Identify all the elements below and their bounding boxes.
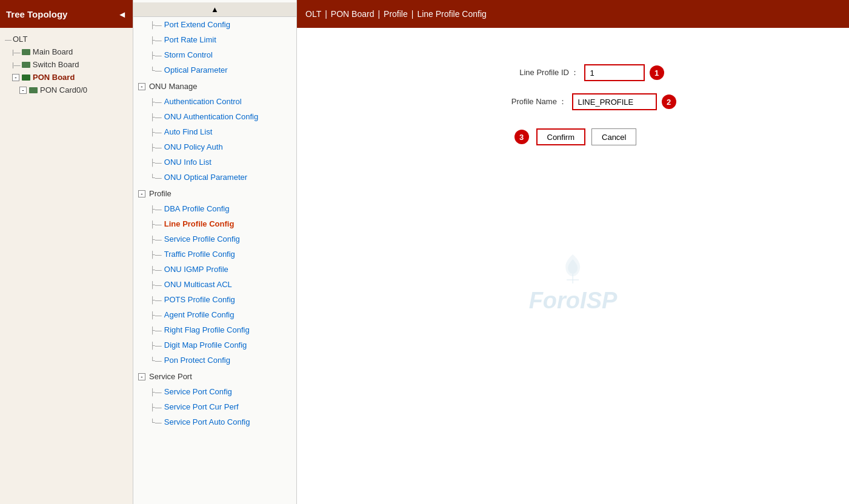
nav-item-service-port-config[interactable]: ├— Service Port Config [133, 384, 296, 399]
scroll-up-icon: ▲ [211, 5, 219, 14]
nav-item-agent[interactable]: ├— Agent Profile Config [133, 307, 296, 322]
nav-tree-line-13: ├— [150, 236, 162, 243]
watermark: ForoISP [529, 253, 618, 314]
pon-board-expand[interactable]: - [12, 74, 19, 81]
nav-item-right-flag[interactable]: ├— Right Flag Profile Config [133, 322, 296, 337]
nav-item-label-service-profile: Service Profile Config [164, 234, 240, 244]
nav-tree-line-15: ├— [150, 266, 162, 273]
nav-item-digit-map[interactable]: ├— Digit Map Profile Config [133, 337, 296, 353]
nav-item-line-profile[interactable]: ├— Line Profile Config [133, 216, 296, 231]
nav-item-service-port-perf[interactable]: ├— Service Port Cur Perf [133, 399, 296, 414]
breadcrumb-sep-3: | [411, 9, 414, 19]
line-profile-id-input[interactable] [584, 64, 645, 81]
sidebar-arrow-icon[interactable]: ◄ [118, 9, 127, 19]
nav-panel: ▲ ├— Port Extend Config ├— Port Rate Lim… [133, 0, 297, 504]
breadcrumb-sep-2: | [378, 9, 380, 19]
nav-item-label-onu-info: ONU Info List [164, 158, 211, 167]
tree-item-pon-board[interactable]: - PON Board [0, 71, 133, 84]
nav-section-profile-header[interactable]: - Profile [133, 186, 296, 201]
line-profile-id-label: Line Profile ID ： [482, 67, 579, 78]
nav-scroll-up[interactable]: ▲ [133, 2, 296, 17]
nav-tree-line-11: ├— [150, 205, 162, 213]
nav-item-service-port-auto[interactable]: └— Service Port Auto Config [133, 414, 296, 429]
nav-tree-line-5: ├— [150, 98, 162, 105]
nav-item-label-optical: Optical Parameter [164, 65, 228, 75]
nav-item-label-storm: Storm Control [164, 50, 213, 59]
nav-item-label-digit-map: Digit Map Profile Config [164, 340, 247, 350]
breadcrumb-pon-board: PON Board [331, 9, 375, 19]
nav-item-onu-policy[interactable]: ├— ONU Policy Auth [133, 139, 296, 154]
nav-item-multicast[interactable]: ├— ONU Multicast ACL [133, 277, 296, 292]
nav-section-profile-label: Profile [149, 189, 171, 198]
nav-item-storm[interactable]: ├— Storm Control [133, 47, 296, 62]
app-container: Tree Topology ◄ — OLT |— Main Board |— [0, 0, 849, 504]
tree-item-main-board[interactable]: |— Main Board [0, 45, 133, 58]
nav-tree-line-2: ├— [150, 36, 162, 44]
nav-item-traffic[interactable]: ├— Traffic Profile Config [133, 247, 296, 262]
form-row-profile-name: Profile Name ： 2 [470, 93, 676, 110]
sidebar-title: Tree Topology ◄ [0, 0, 133, 28]
olt-label: OLT [13, 35, 27, 44]
main-area: Tree Topology ◄ — OLT |— Main Board |— [0, 0, 849, 504]
nav-item-pon-protect[interactable]: └— Pon Protect Config [133, 353, 296, 368]
watermark-tower-icon [561, 253, 585, 284]
nav-item-auth-control[interactable]: ├— Authentication Control [133, 94, 296, 109]
nav-item-onu-optical[interactable]: └— ONU Optical Parameter [133, 170, 296, 185]
tree-item-olt[interactable]: — OLT [0, 33, 133, 45]
profile-expand[interactable]: - [138, 190, 145, 197]
service-port-expand[interactable]: - [138, 373, 145, 380]
nav-item-label-service-port-config: Service Port Config [164, 387, 232, 396]
nav-section-onu-manage: - ONU Manage ├— Authentication Control ├… [133, 79, 296, 185]
nav-item-service-profile[interactable]: ├— Service Profile Config [133, 231, 296, 247]
nav-tree-line-20: ├— [150, 342, 162, 349]
form-fields: Line Profile ID ： 1 Profile Name ： 2 3 C… [321, 46, 825, 145]
nav-tree-line-14: ├— [150, 251, 162, 258]
form-container: ForoISP Line Profile ID ： 1 Profile Name… [297, 28, 849, 504]
nav-item-label-port-extend: Port Extend Config [164, 20, 230, 29]
nav-tree-line-16: ├— [150, 281, 162, 288]
nav-tree-line-12: ├— [150, 220, 162, 228]
nav-item-label-service-port-auto: Service Port Auto Config [164, 417, 250, 426]
nav-item-port-extend[interactable]: ├— Port Extend Config [133, 17, 296, 32]
nav-item-onu-auth[interactable]: ├— ONU Authentication Config [133, 109, 296, 124]
sidebar: Tree Topology ◄ — OLT |— Main Board |— [0, 0, 133, 504]
nav-section-service-port-header[interactable]: - Service Port [133, 369, 296, 384]
nav-item-igmp[interactable]: ├— ONU IGMP Profile [133, 262, 296, 277]
nav-section-service-port: - Service Port ├— Service Port Config ├—… [133, 369, 296, 429]
nav-tree-line-23: ├— [150, 403, 162, 411]
nav-tree-line-17: ├— [150, 296, 162, 303]
nav-item-label-onu-policy: ONU Policy Auth [164, 142, 223, 151]
nav-item-label-service-port-perf: Service Port Cur Perf [164, 402, 239, 411]
nav-section-onu-manage-header[interactable]: - ONU Manage [133, 79, 296, 94]
nav-section-service-port-label: Service Port [149, 372, 192, 381]
pon-card-label: PON Card0/0 [40, 85, 87, 94]
pon-card-expand[interactable]: - [19, 87, 27, 94]
confirm-button[interactable]: Confirm [536, 128, 586, 145]
olt-dash: — [5, 36, 12, 43]
step-2-badge: 2 [662, 94, 676, 109]
main-board-icon [22, 49, 30, 55]
onu-manage-expand[interactable]: - [138, 83, 145, 90]
breadcrumb-profile: Profile [384, 9, 408, 19]
nav-item-dba[interactable]: ├— DBA Profile Config [133, 201, 296, 216]
nav-item-pots[interactable]: ├— POTS Profile Config [133, 292, 296, 307]
nav-item-port-rate[interactable]: ├— Port Rate Limit [133, 32, 296, 47]
nav-item-optical[interactable]: └— Optical Parameter [133, 62, 296, 78]
nav-item-label-line-profile: Line Profile Config [164, 219, 235, 228]
profile-name-input[interactable] [572, 93, 657, 110]
nav-item-label-traffic: Traffic Profile Config [164, 250, 235, 259]
nav-scroll-area[interactable]: ▲ ├— Port Extend Config ├— Port Rate Lim… [133, 2, 296, 504]
nav-item-label-auto-find: Auto Find List [164, 127, 213, 136]
nav-tree-line-21: └— [150, 357, 162, 364]
switch-board-dash: |— [12, 61, 21, 68]
nav-tree-line-3: ├— [150, 51, 162, 59]
pon-board-icon [22, 75, 30, 81]
tree-item-pon-card[interactable]: - PON Card0/0 [0, 84, 133, 96]
nav-item-auto-find[interactable]: ├— Auto Find List [133, 124, 296, 139]
tree-item-switch-board[interactable]: |— Switch Board [0, 58, 133, 71]
nav-item-onu-info[interactable]: ├— ONU Info List [133, 154, 296, 170]
nav-item-label-auth-control: Authentication Control [164, 97, 242, 106]
cancel-button[interactable]: Cancel [591, 128, 636, 145]
nav-tree-line-1: ├— [150, 21, 162, 28]
nav-tree-line-18: ├— [150, 311, 162, 319]
